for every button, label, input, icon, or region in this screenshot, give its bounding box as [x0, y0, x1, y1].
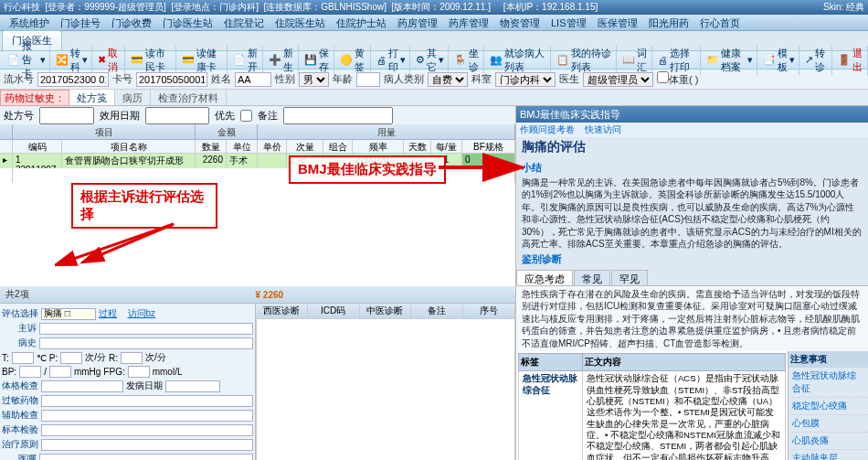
subtab-material[interactable]: 检查治疗材料	[151, 90, 227, 105]
btn-vocab[interactable]: 📖词汇	[619, 46, 652, 75]
assessment-panel: 评估选择 过程 访问bz 主诉 病史 T:℃ P:次/分 R:次/分 BP:/m…	[0, 304, 256, 460]
subtab-rx[interactable]: 处方笺	[69, 90, 115, 105]
bmj-heading: 胸痛的评估	[516, 137, 868, 157]
menu-item[interactable]: 门诊医生站	[157, 15, 218, 30]
btn-read-health[interactable]: 💳读健康卡	[178, 46, 228, 75]
btn-read-citizen[interactable]: 💳读市民卡	[127, 46, 176, 75]
bmj-link[interactable]: 快速访问	[585, 124, 621, 134]
bl-select[interactable]: 自费	[428, 72, 468, 87]
ks-select[interactable]: 门诊内科	[495, 72, 556, 87]
summary-heading: 小结	[522, 161, 863, 175]
btn-newborn[interactable]: ➕新生	[265, 46, 299, 75]
bbjy-input[interactable]	[41, 424, 253, 436]
menu-item[interactable]: 住院护士站	[331, 15, 392, 30]
cfh-input[interactable]	[39, 107, 94, 124]
differential-heading: 鉴别诊断	[522, 252, 863, 266]
btn-new[interactable]: 📄新开	[229, 46, 263, 75]
side-item[interactable]: 心包膜	[789, 415, 868, 433]
menu-item[interactable]: LIS管理	[545, 15, 592, 30]
tab-emergency[interactable]: 应急考虑	[516, 270, 573, 285]
rx-bar: 处方号 效用日期 优先 备注	[0, 106, 515, 124]
zd-input[interactable]	[41, 395, 253, 407]
bs-input[interactable]	[39, 337, 253, 349]
menu-item[interactable]: 药库管理	[443, 15, 494, 30]
gyzz-input[interactable]	[41, 439, 253, 451]
btn-referral[interactable]: ↗转诊	[801, 46, 832, 75]
r-input[interactable]	[121, 352, 143, 364]
bp2-input[interactable]	[49, 366, 71, 378]
menu-item[interactable]: 医保管理	[592, 15, 643, 30]
bmj-sidebar: 注意事项 急性冠状动脉综合征稳定型心绞痛心包膜心肌炎痛主动脉夹层主动脉瘤二尖瓣脱…	[788, 351, 868, 460]
btn-cancel[interactable]: ✖取消	[94, 46, 125, 75]
xm-input[interactable]	[235, 72, 271, 87]
grid-footer: 共2项 ¥ 2260	[0, 286, 515, 303]
btn-other[interactable]: ⚙其它▾	[412, 46, 449, 75]
bz-input[interactable]	[283, 107, 393, 124]
menu-item[interactable]: 门诊收费	[106, 15, 157, 30]
tab-common[interactable]: 常见	[574, 270, 610, 285]
grid-header: 编码 项目名称 数量 单位 单价 次量 组合金 频率 天数 每/量 BF规格	[0, 140, 515, 154]
menu-item[interactable]: 住院医生站	[270, 15, 331, 30]
menu-item[interactable]: 物资管理	[494, 15, 545, 30]
bmj-link[interactable]: 作顾问提考卷	[520, 124, 575, 134]
bmj-row[interactable]: 急性冠状动脉综合征急性冠状动脉综合征（ACS）是指由于冠状动脉供血性梗死导致缺血…	[519, 371, 786, 460]
bmj-tabs: 应急考虑 常见 罕见	[516, 270, 868, 286]
grid-header-group: 项目 金额 用量	[0, 124, 515, 140]
zs-input[interactable]	[39, 323, 253, 335]
menu-item[interactable]: 阳光用药	[643, 15, 694, 30]
grid-empty	[0, 183, 515, 286]
btn-transfer[interactable]: 🔀转科▾	[52, 46, 92, 75]
side-item[interactable]: 稳定型心绞痛	[789, 398, 868, 415]
fpg-input[interactable]	[128, 366, 150, 378]
grid-row-empty[interactable]	[0, 168, 515, 183]
btn-yellow[interactable]: 🟡黄签	[336, 46, 370, 75]
t-input[interactable]	[12, 352, 34, 364]
side-item[interactable]: 主动脉夹层	[789, 450, 868, 460]
grid-row[interactable]: ▸ 1 33011007 食管胃肠吻合口狭窄切开成形术 2260 手术 1 次 …	[0, 154, 515, 168]
fzjc-input[interactable]	[41, 410, 253, 422]
side-item[interactable]: 急性冠状动脉综合征	[789, 368, 868, 398]
chief-input[interactable]	[41, 308, 96, 320]
toolbar: 📄报告卡▾ 🔀转科▾ ✖取消 💳读市民卡 💳读健康卡 📄新开 ➕新生 💾保存 🟡…	[0, 51, 868, 70]
btn-select-print[interactable]: 🖨选择打印	[654, 46, 701, 75]
menu-item[interactable]: 行心首页	[694, 15, 746, 30]
btn-waiting-list[interactable]: 📋我的待诊列表	[553, 46, 617, 75]
tz-check[interactable]	[657, 71, 669, 83]
btn-health-file[interactable]: 📁健康档案▾	[703, 46, 757, 75]
summary-text: 胸痛是一种常见的主诉。在美国急诊患者中每年因胸痛就诊者占5%到8%。门诊患者的1…	[522, 177, 863, 251]
bmj-table[interactable]: 标签正文内容 急性冠状动脉综合征急性冠状动脉综合征（ACS）是指由于冠状动脉供血…	[516, 351, 788, 460]
yz-input[interactable]	[39, 454, 253, 461]
xb-select[interactable]: 男	[299, 72, 329, 87]
bp1-input[interactable]	[19, 366, 41, 378]
kh-input[interactable]	[136, 72, 207, 87]
menu-item[interactable]: 住院登记	[218, 15, 270, 30]
btn-print[interactable]: 🖨打印▾	[373, 46, 410, 75]
diag-body[interactable]	[256, 318, 515, 460]
title-bar: 行心科技 [登录者：999999-超级管理员] [登录地点：门诊内科] [连接数…	[0, 0, 868, 15]
tgjc-input[interactable]	[41, 380, 123, 392]
process-link[interactable]: 过程	[99, 307, 117, 320]
menu-item[interactable]: 系统维护	[4, 15, 55, 30]
menu-item[interactable]: 药房管理	[392, 15, 443, 30]
visit-link[interactable]: 访问bz	[128, 307, 156, 320]
diag-header: 西医诊断ICD码中医诊断备注序号	[256, 304, 515, 318]
side-item[interactable]: 心肌炎痛	[789, 433, 868, 450]
btn-sit[interactable]: 🪑坐诊	[450, 46, 484, 75]
tab-rare[interactable]: 罕见	[611, 270, 648, 285]
main-menu: 系统维护 门诊挂号 门诊收费 门诊医生站 住院登记 住院医生站 住院护士站 药房…	[0, 15, 868, 31]
btn-exit[interactable]: 🚪退出	[834, 46, 868, 75]
subtab-record[interactable]: 病历	[115, 90, 151, 105]
bmj-title: BMJ最佳临床实践指导	[516, 106, 868, 123]
lsh-input[interactable]	[37, 72, 109, 87]
nl-input[interactable]	[356, 72, 380, 87]
btn-patient-list[interactable]: 👥就诊病人列表	[486, 46, 550, 75]
btn-template[interactable]: 📑模板▾	[759, 46, 799, 75]
ys-select[interactable]: 超级管理员	[583, 72, 653, 87]
btn-save[interactable]: 💾保存	[301, 46, 334, 75]
tab-note: 急性疾病于存在潜在的风险及生命的疾病。需直接给予适当评估时，对发现的饭段特别进行…	[516, 286, 868, 352]
p-input[interactable]	[60, 352, 82, 364]
menu-item[interactable]: 门诊挂号	[55, 15, 106, 30]
yxrq-input[interactable]	[145, 107, 209, 124]
fbrq-input[interactable]	[165, 380, 220, 392]
yxc-check[interactable]	[240, 110, 252, 122]
